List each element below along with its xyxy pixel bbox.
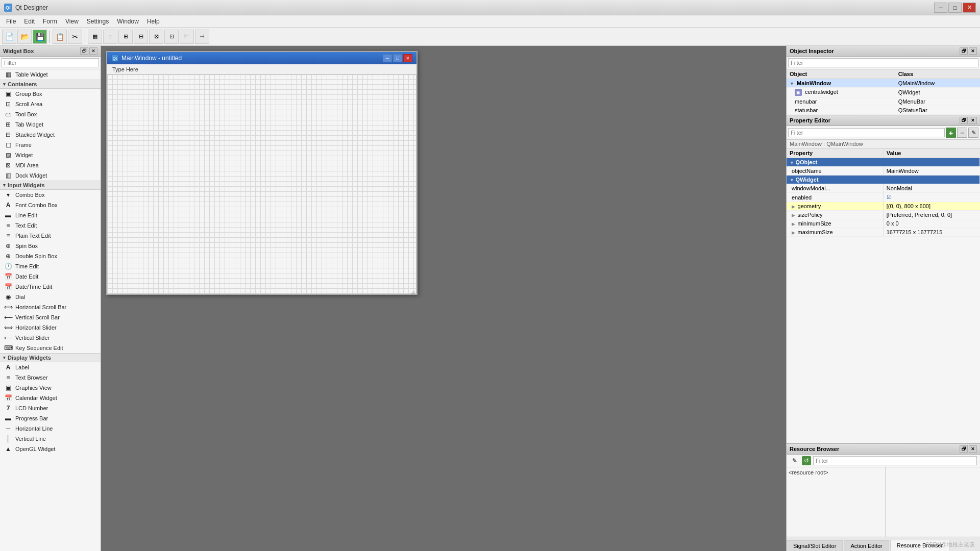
oi-row-mainwindow[interactable]: ▼ MainWindow QMainWindow — [787, 79, 980, 88]
mode4-button[interactable]: ⊟ — [134, 30, 148, 44]
rb-resource-root[interactable]: <resource root> — [789, 469, 828, 475]
pe-add-button[interactable]: + — [946, 128, 956, 138]
pe-row-enabled[interactable]: enabled ☑ — [787, 193, 980, 202]
pe-row-windowmodal[interactable]: windowModal... NonModal — [787, 184, 980, 193]
mw-type-here[interactable]: Type Here — [109, 66, 141, 73]
widget-item-vertical-scroll-bar[interactable]: ⟵ Vertical Scroll Bar — [0, 312, 101, 322]
close-button[interactable]: ✕ — [963, 3, 976, 13]
pe-row-objectname[interactable]: objectName MainWindow — [787, 167, 980, 176]
pe-row-sizepolicy[interactable]: ▶ sizePolicy [Preferred, Preferred, 0, 0… — [787, 211, 980, 219]
mode7-button[interactable]: ⊢ — [180, 30, 194, 44]
pe-row-minimumsize[interactable]: ▶ minimumSize 0 x 0 — [787, 219, 980, 228]
widget-item-graphics-view[interactable]: ▣ Graphics View — [0, 383, 101, 393]
mw-title-bar[interactable]: Qt MainWindow - untitled ─ □ ✕ — [107, 52, 416, 64]
tab-signal-slot-editor[interactable]: Signal/Slot Editor — [787, 540, 843, 551]
tab-action-editor[interactable]: Action Editor — [844, 540, 889, 551]
widget-item-font-combo-box[interactable]: A Font Combo Box — [0, 200, 101, 210]
oi-row-centralwidget[interactable]: ▣ centralwidget QWidget — [787, 88, 980, 97]
pe-row-geometry[interactable]: ▶ geometry [(0, 0), 800 x 600] — [787, 202, 980, 211]
category-display-widgets[interactable]: ▾ Display Widgets — [0, 353, 101, 362]
widget-item-label[interactable]: A Label — [0, 362, 101, 372]
mode8-button[interactable]: ⊣ — [195, 30, 209, 44]
menu-edit[interactable]: Edit — [20, 17, 39, 26]
pe-row-maximumsize[interactable]: ▶ maximumSize 16777215 x 16777215 — [787, 228, 980, 237]
oi-float-button[interactable]: 🗗 — [960, 47, 968, 55]
menu-view[interactable]: View — [61, 17, 83, 26]
pe-category-qwidget[interactable]: ▼ QWidget — [787, 176, 980, 184]
widget-item-double-spin-box[interactable]: ⊕ Double Spin Box — [0, 251, 101, 261]
widget-item-lcd-number[interactable]: 7 LCD Number — [0, 403, 101, 413]
mode6-button[interactable]: ⊡ — [164, 30, 179, 44]
oi-close-button[interactable]: ✕ — [969, 47, 977, 55]
mode2-button[interactable]: ≡ — [103, 30, 117, 44]
widget-item-mdi-area[interactable]: ⊠ MDI Area — [0, 160, 101, 170]
widget-item-key-sequence-edit[interactable]: ⌨ Key Sequence Edit — [0, 343, 101, 353]
rb-close-button[interactable]: ✕ — [969, 445, 977, 453]
maximize-button[interactable]: □ — [948, 3, 962, 13]
mode3-button[interactable]: ⊞ — [118, 30, 133, 44]
widget-item-dial[interactable]: ◉ Dial — [0, 292, 101, 302]
new-button[interactable]: 📄 — [2, 30, 16, 44]
rb-float-button[interactable]: 🗗 — [960, 445, 968, 453]
widget-item-tool-box[interactable]: 🗃 Tool Box — [0, 109, 101, 119]
oi-filter-input[interactable] — [788, 58, 978, 67]
rb-filter-input[interactable] — [813, 456, 977, 465]
pe-filter-input[interactable] — [788, 128, 945, 137]
widget-item-vertical-line[interactable]: │ Vertical Line — [0, 434, 101, 444]
widget-item-date-edit[interactable]: 📅 Date Edit — [0, 271, 101, 282]
menu-settings[interactable]: Settings — [83, 17, 113, 26]
pe-edit-button[interactable]: ✎ — [968, 128, 978, 138]
mw-resize-handle[interactable] — [411, 288, 416, 293]
widget-item-combo-box[interactable]: ▾ Combo Box — [0, 190, 101, 200]
widget-item-calendar-widget[interactable]: 📅 Calendar Widget — [0, 393, 101, 403]
widget-item-widget[interactable]: ▨ Widget — [0, 150, 101, 160]
widget-item-dock-widget[interactable]: ▥ Dock Widget — [0, 170, 101, 181]
category-input-widgets[interactable]: ▾ Input Widgets — [0, 181, 101, 190]
widget-box-filter-input[interactable] — [2, 58, 99, 67]
widget-item-plain-text-edit[interactable]: ≡ Plain Text Edit — [0, 231, 101, 241]
widget-item-datetime-edit[interactable]: 📅 Date/Time Edit — [0, 282, 101, 292]
rb-edit-button[interactable]: ✎ — [790, 456, 800, 465]
widget-item-horizontal-scroll-bar[interactable]: ⟺ Horizontal Scroll Bar — [0, 302, 101, 312]
menu-form[interactable]: Form — [39, 17, 61, 26]
widget-box-float-button[interactable]: 🗗 — [80, 47, 88, 55]
mode5-button[interactable]: ⊠ — [149, 30, 163, 44]
oi-row-menubar[interactable]: menubar QMenuBar — [787, 97, 980, 106]
save-button[interactable]: 💾 — [33, 30, 47, 44]
widget-item-text-edit[interactable]: ≡ Text Edit — [0, 220, 101, 231]
canvas-area[interactable]: Qt MainWindow - untitled ─ □ ✕ Type Here — [101, 46, 786, 551]
mode1-button[interactable]: ▦ — [88, 30, 102, 44]
widget-item-time-edit[interactable]: 🕐 Time Edit — [0, 261, 101, 271]
mw-minimize-button[interactable]: ─ — [383, 54, 392, 62]
widget-item-scroll-area[interactable]: ⊡ Scroll Area — [0, 99, 101, 109]
widget-item-stacked-widget[interactable]: ⊟ Stacked Widget — [0, 130, 101, 140]
mw-close-button[interactable]: ✕ — [403, 54, 412, 62]
category-containers[interactable]: ▾ Containers — [0, 80, 101, 89]
pe-remove-button[interactable]: − — [957, 128, 967, 138]
widget-item-opengl-widget[interactable]: ▲ OpenGL Widget — [0, 444, 101, 454]
widget-item-vertical-slider[interactable]: ⟵ Vertical Slider — [0, 333, 101, 343]
pe-category-qobject[interactable]: ▼ QObject — [787, 158, 980, 167]
copy-button[interactable]: 📋 — [53, 30, 67, 44]
widget-item-spin-box[interactable]: ⊕ Spin Box — [0, 241, 101, 251]
widget-item-horizontal-line[interactable]: ─ Horizontal Line — [0, 423, 101, 434]
widget-item-progress-bar[interactable]: ▬ Progress Bar — [0, 413, 101, 423]
menu-file[interactable]: File — [2, 17, 20, 26]
widget-item-line-edit[interactable]: ▬ Line Edit — [0, 210, 101, 220]
widget-item-horizontal-slider[interactable]: ⟺ Horizontal Slider — [0, 322, 101, 333]
oi-row-statusbar[interactable]: statusbar QStatusBar — [787, 106, 980, 115]
widget-item-tab-widget[interactable]: ⊞ Tab Widget — [0, 119, 101, 130]
pe-float-button[interactable]: 🗗 — [960, 117, 968, 124]
widget-item-frame[interactable]: ▢ Frame — [0, 140, 101, 150]
pe-close-button[interactable]: ✕ — [969, 117, 977, 124]
menu-help[interactable]: Help — [143, 17, 164, 26]
menu-window[interactable]: Window — [113, 17, 143, 26]
mw-maximize-button[interactable]: □ — [393, 54, 402, 62]
cut-button[interactable]: ✂ — [68, 30, 82, 44]
minimize-button[interactable]: ─ — [934, 3, 947, 13]
mw-canvas[interactable] — [107, 74, 416, 294]
widget-item-group-box[interactable]: ▣ Group Box — [0, 89, 101, 99]
widget-box-close-button[interactable]: ✕ — [89, 47, 97, 55]
widget-item-text-browser[interactable]: ≡ Text Browser — [0, 372, 101, 383]
rb-refresh-button[interactable]: ↺ — [802, 456, 811, 465]
